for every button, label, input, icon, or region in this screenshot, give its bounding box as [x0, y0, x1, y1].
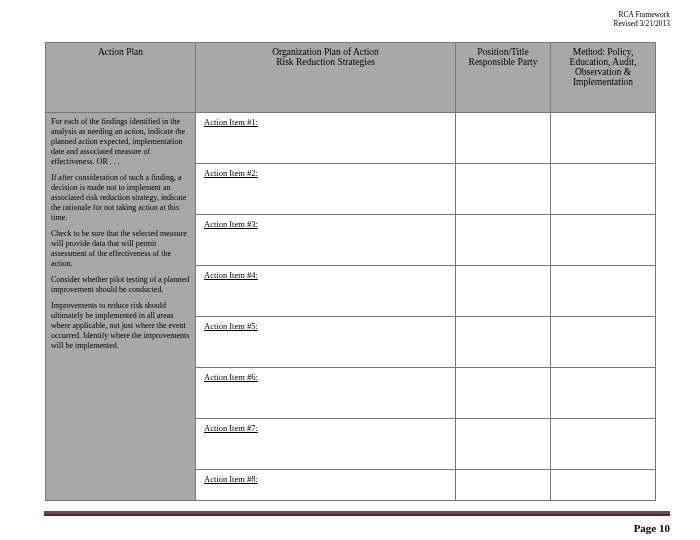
action-item-label: Action Item #2: [200, 166, 451, 180]
page-number: Page 10 [634, 522, 670, 534]
action-item-label: Action Item #4: [200, 268, 451, 282]
method-cell [551, 266, 656, 317]
action-item-label: Action Item #6: [200, 370, 451, 384]
party-cell [456, 164, 551, 215]
instruction-p4: Consider whether pilot testing of a plan… [51, 275, 190, 295]
action-item-cell: Action Item #4: [196, 266, 456, 317]
action-item-cell: Action Item #5: [196, 317, 456, 368]
action-item-cell: Action Item #6: [196, 368, 456, 419]
method-cell [551, 164, 656, 215]
instruction-p5: Improvements to reduce risk should ultim… [51, 301, 190, 351]
action-item-cell: Action Item #7: [196, 419, 456, 470]
party-cell [456, 266, 551, 317]
col-header-plan: Action Plan [46, 43, 196, 113]
action-item-label: Action Item #8: [200, 472, 451, 486]
instructions-cell: For each of the findings identified in t… [46, 113, 196, 501]
instruction-p1: For each of the findings identified in t… [51, 117, 190, 167]
col-header-organization: Organization Plan of Action Risk Reducti… [196, 43, 456, 113]
method-cell [551, 317, 656, 368]
table-header-row: Action Plan Organization Plan of Action … [46, 43, 656, 113]
footer-rule [44, 511, 670, 516]
action-plan-table: Action Plan Organization Plan of Action … [45, 42, 656, 501]
party-cell [456, 215, 551, 266]
doc-header: RCA Framework Revised 3/21/2013 [614, 10, 670, 28]
method-cell [551, 368, 656, 419]
instruction-p3: Check to be sure that the selected measu… [51, 229, 190, 269]
party-cell [456, 419, 551, 470]
action-item-cell: Action Item #8: [196, 470, 456, 501]
action-plan-table-wrap: Action Plan Organization Plan of Action … [45, 42, 655, 501]
method-cell [551, 470, 656, 501]
method-cell [551, 419, 656, 470]
method-cell [551, 113, 656, 164]
col-header-method: Method: Policy, Education, Audit, Observ… [551, 43, 656, 113]
method-cell [551, 215, 656, 266]
instruction-p2: If after consideration of such a finding… [51, 173, 190, 223]
action-item-cell: Action Item #2: [196, 164, 456, 215]
table-row: For each of the findings identified in t… [46, 113, 656, 164]
doc-revised: Revised 3/21/2013 [614, 19, 670, 28]
col-header-party: Position/Title Responsible Party [456, 43, 551, 113]
party-cell [456, 317, 551, 368]
party-cell [456, 113, 551, 164]
action-item-label: Action Item #3: [200, 217, 451, 231]
action-item-label: Action Item #5: [200, 319, 451, 333]
party-cell [456, 470, 551, 501]
action-item-label: Action Item #7: [200, 421, 451, 435]
action-item-cell: Action Item #3: [196, 215, 456, 266]
party-cell [456, 368, 551, 419]
doc-title: RCA Framework [614, 10, 670, 19]
action-item-label: Action Item #1: [200, 115, 451, 129]
action-item-cell: Action Item #1: [196, 113, 456, 164]
